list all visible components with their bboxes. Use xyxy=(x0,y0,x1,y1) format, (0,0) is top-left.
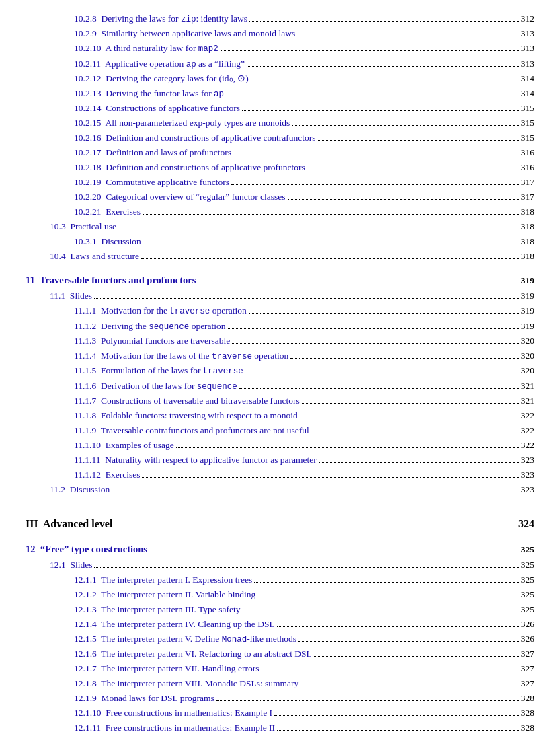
chapter-label[interactable]: 12 “Free” type constructions xyxy=(26,542,147,556)
mono-keyword: traverse xyxy=(203,367,243,376)
toc-entry-label[interactable]: 12.1.1 The interpreter pattern I. Expres… xyxy=(74,573,252,587)
toc-entry-label[interactable]: 11.1.7 Constructions of traversable and … xyxy=(74,394,300,408)
toc-entry: 11.1.6 Derivation of the laws for sequen… xyxy=(26,379,534,394)
toc-entry-label[interactable]: 12.1.3 The interpreter pattern III. Type… xyxy=(74,603,240,617)
toc-entry-label[interactable]: 12.1.2 The interpreter pattern II. Varia… xyxy=(74,588,255,602)
toc-entry-label[interactable]: 12.1.10 Free constructions in mathematic… xyxy=(74,706,272,721)
toc-entry-label[interactable]: 11.1.12 Exercises xyxy=(74,468,140,482)
chapter-label[interactable]: 11 Traversable functors and profunctors xyxy=(26,272,196,287)
toc-entry: 12.1 Slides325 xyxy=(26,558,534,573)
toc-entry-label[interactable]: 11.1.10 Examples of usage xyxy=(74,439,174,453)
toc-entry-page: 313 xyxy=(521,57,534,71)
chapter-page: 319 xyxy=(521,274,534,288)
toc-entry: 11.1.4 Motivation for the laws of the tr… xyxy=(26,349,534,363)
toc-entry-label[interactable]: 10.2.13 Deriving the functor laws for ap xyxy=(74,87,224,101)
toc-entry-label[interactable]: 11.1.2 Deriving the sequence operation xyxy=(74,320,226,334)
toc-entry-page: 323 xyxy=(521,468,534,482)
toc-entry-page: 320 xyxy=(521,349,534,363)
toc-entry-page: 327 xyxy=(521,677,534,691)
toc-entry-label[interactable]: 10.2.14 Constructions of applicative fun… xyxy=(74,102,240,116)
toc-entry: 12.1.3 The interpreter pattern III. Type… xyxy=(26,603,534,617)
toc-entry: 11.1.9 Traversable contrafunctors and pr… xyxy=(26,424,534,438)
toc-entry-label[interactable]: 12.1 Slides xyxy=(50,558,92,573)
toc-entry-label[interactable]: 10.2.8 Deriving the laws for zip: identi… xyxy=(74,12,247,26)
toc-entry: 12.1.1 The interpreter pattern I. Expres… xyxy=(26,573,534,587)
toc-entry: 11.1 Slides319 xyxy=(26,289,534,303)
chapter-page: 325 xyxy=(521,543,534,557)
toc-entry-page: 326 xyxy=(521,632,534,647)
toc-entry-label[interactable]: 10.2.11 Applicative operation ap as a “l… xyxy=(74,57,245,71)
toc-entry-page: 322 xyxy=(521,424,534,438)
toc-entry-page: 325 xyxy=(521,588,534,602)
toc-entry-label[interactable]: 11.1.5 Formulation of the laws for trave… xyxy=(74,364,243,378)
toc-entry-label[interactable]: 10.2.15 All non-parameterized exp-poly t… xyxy=(74,116,290,131)
toc-entry-page: 322 xyxy=(521,409,534,423)
toc-entry-label[interactable]: 11.1.11 Naturality with respect to appli… xyxy=(74,453,317,468)
toc-entry-label[interactable]: 12.1.6 The interpreter pattern VI. Refac… xyxy=(74,647,312,661)
toc-entry-page: 314 xyxy=(521,87,534,101)
toc-entry-label[interactable]: 12.1.8 The interpreter pattern VIII. Mon… xyxy=(74,677,298,691)
toc-entry-label[interactable]: 11.1.1 Motivation for the traverse opera… xyxy=(74,304,247,318)
toc-entry-label[interactable]: 10.2.18 Definition and constructions of … xyxy=(74,161,305,175)
mono-keyword: ap xyxy=(214,89,224,99)
toc-entry-label[interactable]: 11.1.3 Polynomial functors are traversab… xyxy=(74,334,230,348)
toc-entry-page: 319 xyxy=(521,304,534,318)
toc-entry: 10.2.17 Definition and laws of profuncto… xyxy=(26,146,534,160)
toc-entry-label[interactable]: 10.2.21 Exercises xyxy=(74,205,141,219)
toc-entry: 10.2.20 Categorical overview of “regular… xyxy=(26,190,534,205)
toc-entry-label[interactable]: 10.2.10 A third naturality law for map2 xyxy=(74,42,218,56)
toc-entry-label[interactable]: 10.2.20 Categorical overview of “regular… xyxy=(74,190,286,205)
toc-entry-label[interactable]: 11.1.6 Derivation of the laws for sequen… xyxy=(74,379,237,394)
toc-entry-label[interactable]: 10.2.17 Definition and laws of profuncto… xyxy=(74,146,231,160)
toc-entry-page: 321 xyxy=(521,379,534,394)
toc-entry-page: 328 xyxy=(521,692,534,706)
chapter-header: 12 “Free” type constructions325 xyxy=(26,542,534,557)
toc-entry-page: 316 xyxy=(521,146,534,160)
toc-entry-page: 320 xyxy=(521,364,534,378)
toc-entry: 10.2.8 Deriving the laws for zip: identi… xyxy=(26,12,534,26)
toc-entry-label[interactable]: 10.2.12 Deriving the category laws for (… xyxy=(74,72,249,86)
toc-entry-page: 328 xyxy=(521,706,534,721)
mono-keyword: traverse xyxy=(169,307,210,316)
part-page: 324 xyxy=(518,516,534,533)
toc-entry: 10.2.14 Constructions of applicative fun… xyxy=(26,102,534,116)
toc-entry-page: 327 xyxy=(521,647,534,661)
toc-entry-label[interactable]: 11.1.4 Motivation for the laws of the tr… xyxy=(74,349,288,363)
toc-entry-label[interactable]: 12.1.7 The interpreter pattern VII. Hand… xyxy=(74,662,259,676)
toc-entry-label[interactable]: 12.1.11 Free constructions in mathematic… xyxy=(74,721,275,735)
toc-entry: 12.1.10 Free constructions in mathematic… xyxy=(26,706,534,721)
toc-entry: 12.1.4 The interpreter pattern IV. Clean… xyxy=(26,618,534,632)
mono-keyword: sequence xyxy=(197,382,237,392)
toc-entry-page: 315 xyxy=(521,131,534,145)
toc-entry-page: 319 xyxy=(521,320,534,334)
toc-entry: 12.1.7 The interpreter pattern VII. Hand… xyxy=(26,662,534,676)
part-label: III Advanced level xyxy=(26,516,112,533)
toc-entry: 10.2.19 Commutative applicative functors… xyxy=(26,176,534,190)
toc-entry: 10.2.15 All non-parameterized exp-poly t… xyxy=(26,116,534,131)
toc-entry-page: 313 xyxy=(521,27,534,41)
toc-entry-page: 318 xyxy=(521,235,534,249)
toc-entry-page: 313 xyxy=(521,42,534,56)
toc-entry-page: 317 xyxy=(521,190,534,205)
toc-entry-label[interactable]: 11.1.9 Traversable contrafunctors and pr… xyxy=(74,424,309,438)
toc-entry: 11.1.12 Exercises323 xyxy=(26,468,534,482)
toc-entry-label[interactable]: 10.2.9 Similarity between applicative la… xyxy=(74,27,295,41)
toc-entry-page: 326 xyxy=(521,618,534,632)
toc-entry-label[interactable]: 10.4 Laws and structure xyxy=(50,250,139,264)
toc-entry: 10.2.12 Deriving the category laws for (… xyxy=(26,72,534,86)
toc-entry: 11.1.11 Naturality with respect to appli… xyxy=(26,453,534,468)
toc-entry-label[interactable]: 10.3 Practical use xyxy=(50,220,116,234)
toc-entry-label[interactable]: 10.2.19 Commutative applicative functors xyxy=(74,176,229,190)
toc-entry-label[interactable]: 11.1.8 Foldable functors: traversing wit… xyxy=(74,409,298,423)
toc-entry-label[interactable]: 12.1.9 Monad laws for DSL programs xyxy=(74,692,214,706)
toc-entry: 10.2.10 A third naturality law for map23… xyxy=(26,42,534,56)
toc-entry-label[interactable]: 11.1 Slides xyxy=(50,289,92,303)
toc-entry-label[interactable]: 12.1.5 The interpreter pattern V. Define… xyxy=(74,632,296,647)
toc-entry-page: 323 xyxy=(521,453,534,468)
toc-entry-page: 320 xyxy=(521,334,534,348)
toc-entry-label[interactable]: 10.3.1 Discussion xyxy=(74,235,141,249)
toc-entry-label[interactable]: 11.2 Discussion xyxy=(50,483,110,497)
toc-entry-label[interactable]: 10.2.16 Definition and constructions of … xyxy=(74,131,316,145)
toc-entry-label[interactable]: 12.1.4 The interpreter pattern IV. Clean… xyxy=(74,618,275,632)
toc-entry: 10.2.9 Similarity between applicative la… xyxy=(26,27,534,41)
